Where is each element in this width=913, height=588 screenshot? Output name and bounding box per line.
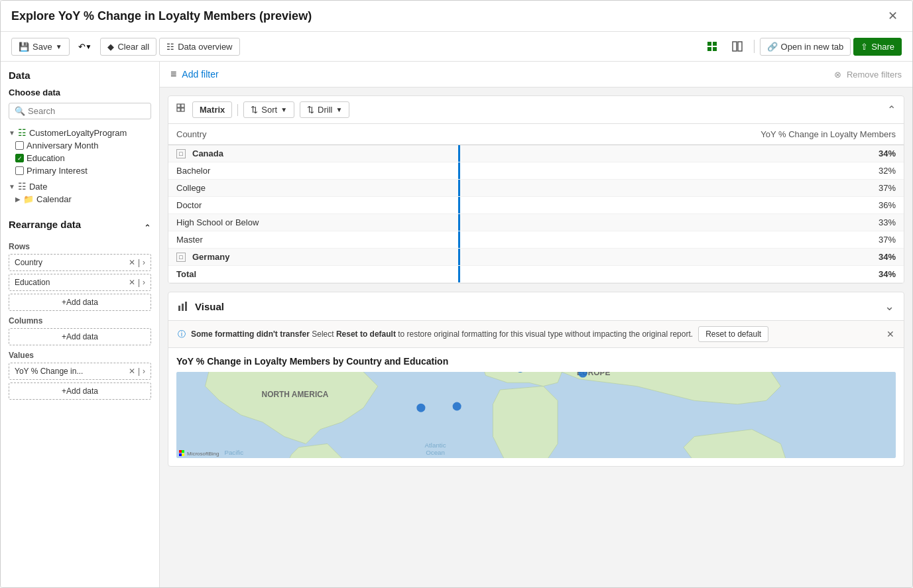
matrix-collapse-button[interactable]: ⌃ bbox=[887, 103, 896, 116]
tree-item-primary-interest[interactable]: Primary Interest bbox=[15, 164, 151, 177]
matrix-grid-icon bbox=[176, 103, 187, 116]
visual-section: Visual ⌄ ⓘ Some formatting didn't transf… bbox=[168, 292, 904, 467]
matrix-toolbar: Matrix ⇅ Sort ▼ ⇅ Drill ▼ ⌃ bbox=[168, 96, 904, 124]
svg-rect-3 bbox=[713, 47, 717, 51]
table-row: Doctor 36% bbox=[168, 197, 904, 214]
bing-logo: MicrosoftBing bbox=[179, 450, 219, 457]
undo-icon: ↶ bbox=[78, 42, 86, 52]
close-button[interactable]: ✕ bbox=[884, 7, 902, 25]
primary-interest-checkbox[interactable] bbox=[15, 166, 24, 175]
sort-icon: ⇅ bbox=[251, 105, 258, 115]
visual-expand-button[interactable]: ⌄ bbox=[884, 299, 894, 314]
tree-item-customer-loyalty[interactable]: ▼ ☷ CustomerLoyaltyProgram bbox=[9, 126, 151, 139]
country-pill-remove[interactable]: ✕ bbox=[129, 258, 135, 267]
data-overview-icon: ☷ bbox=[166, 42, 174, 52]
window-title: Explore YoY % Change in Loyalty Members … bbox=[11, 9, 312, 23]
svg-text:Ocean: Ocean bbox=[426, 449, 445, 456]
save-button[interactable]: 💾 Save ▼ bbox=[11, 38, 70, 56]
filter-bar: ≡ Add filter ⊗ Remove filters bbox=[160, 62, 912, 88]
customer-loyalty-children: Anniversary Month ✓ Education Primary In… bbox=[15, 139, 151, 177]
table-row: Bachelor 32% bbox=[168, 162, 904, 180]
svg-point-27 bbox=[453, 402, 461, 410]
folder-icon: 📁 bbox=[23, 194, 34, 204]
right-panel: ≡ Add filter ⊗ Remove filters bbox=[160, 62, 912, 587]
svg-rect-11 bbox=[182, 304, 184, 311]
table-row: Total 34% bbox=[168, 266, 904, 283]
tree-item-education[interactable]: ✓ Education bbox=[15, 152, 151, 164]
yoy-pill-more[interactable]: › bbox=[143, 367, 145, 376]
svg-rect-8 bbox=[177, 108, 180, 111]
education-checkbox[interactable]: ✓ bbox=[15, 154, 24, 162]
main-content: Data Choose data 🔍 ▼ ☷ CustomerLoyaltyPr… bbox=[1, 62, 912, 587]
reset-to-default-button[interactable]: Reset to default bbox=[698, 326, 768, 342]
sidebar: Data Choose data 🔍 ▼ ☷ CustomerLoyaltyPr… bbox=[1, 62, 160, 587]
grid-icon bbox=[707, 41, 717, 52]
yoy-pill-separator: | bbox=[138, 367, 140, 376]
sort-dropdown-icon: ▼ bbox=[280, 106, 287, 113]
table-row: College 37% bbox=[168, 180, 904, 197]
date-table-icon: ☷ bbox=[18, 181, 27, 192]
drill-button[interactable]: ⇅ Drill ▼ bbox=[300, 101, 349, 118]
formatting-notice: ⓘ Some formatting didn't transfer Select… bbox=[168, 321, 904, 348]
table-row: □ Germany 34% bbox=[168, 249, 904, 266]
country-pill-more[interactable]: › bbox=[143, 258, 145, 267]
tree-item-anniversary-month[interactable]: Anniversary Month bbox=[15, 139, 151, 152]
share-button[interactable]: ⇧ Share bbox=[853, 38, 902, 56]
split-view-button[interactable] bbox=[726, 37, 749, 56]
matrix-label: Matrix bbox=[192, 101, 232, 118]
map-container[interactable]: NORTH AMERICA EUROPE ASIA Pacific Ocean … bbox=[176, 372, 896, 458]
toolbar: 💾 Save ▼ ↶ ▼ ◆ Clear all ☷ Data overview bbox=[1, 32, 912, 62]
table-row: □ Canada 34% bbox=[168, 145, 904, 162]
table-row: Master 37% bbox=[168, 231, 904, 249]
undo-button[interactable]: ↶ ▼ bbox=[72, 38, 98, 56]
info-icon: ⓘ bbox=[178, 329, 186, 340]
yoy-pill: YoY % Change in... ✕ | › bbox=[9, 363, 151, 380]
filter-icon: ≡ bbox=[170, 68, 176, 80]
education-pill-remove[interactable]: ✕ bbox=[129, 278, 135, 287]
country-pill-separator: | bbox=[138, 258, 140, 267]
notice-reset-bold: Reset to default bbox=[336, 329, 396, 339]
table-icon: ☷ bbox=[18, 127, 27, 138]
svg-text:Pacific: Pacific bbox=[224, 449, 243, 456]
tree-item-calendar[interactable]: ▶ 📁 Calendar bbox=[15, 193, 151, 206]
svg-point-26 bbox=[416, 404, 425, 412]
map-svg: NORTH AMERICA EUROPE ASIA Pacific Ocean … bbox=[176, 372, 896, 458]
svg-text:Ocean: Ocean bbox=[224, 456, 243, 458]
visual-title: Visual bbox=[195, 301, 224, 312]
svg-rect-2 bbox=[707, 47, 711, 51]
anniversary-month-checkbox[interactable] bbox=[15, 141, 24, 150]
yoy-pill-remove[interactable]: ✕ bbox=[129, 367, 135, 376]
open-new-tab-button[interactable]: 🔗 Open in new tab bbox=[760, 38, 851, 56]
search-input[interactable] bbox=[28, 106, 145, 116]
country-pill: Country ✕ | › bbox=[9, 254, 151, 271]
search-box: 🔍 bbox=[9, 103, 151, 119]
grid-view-button[interactable] bbox=[701, 37, 723, 56]
data-overview-button[interactable]: ☷ Data overview bbox=[159, 38, 239, 56]
canada-expander[interactable]: □ bbox=[176, 149, 186, 158]
add-filter-label[interactable]: Add filter bbox=[182, 69, 218, 80]
svg-rect-7 bbox=[181, 104, 184, 107]
columns-label: Columns bbox=[9, 316, 151, 325]
table-row: High School or Below 33% bbox=[168, 214, 904, 231]
save-icon: 💾 bbox=[19, 42, 29, 52]
columns-add-data-button[interactable]: +Add data bbox=[9, 328, 151, 345]
remove-filters-icon: ⊗ bbox=[834, 70, 841, 80]
svg-rect-6 bbox=[177, 104, 180, 107]
svg-rect-1 bbox=[713, 42, 717, 46]
drill-dropdown-icon: ▼ bbox=[335, 106, 342, 113]
germany-expander[interactable]: □ bbox=[176, 253, 186, 262]
visual-header: Visual ⌄ bbox=[168, 292, 904, 321]
tree-item-date[interactable]: ▼ ☷ Date bbox=[9, 180, 151, 193]
undo-dropdown-icon: ▼ bbox=[86, 43, 92, 50]
share-icon: ⇧ bbox=[861, 42, 868, 52]
notice-close-button[interactable]: ✕ bbox=[886, 329, 894, 339]
sort-button[interactable]: ⇅ Sort ▼ bbox=[243, 101, 294, 118]
map-section: YoY % Change in Loyalty Members by Count… bbox=[168, 348, 904, 466]
rows-add-data-button[interactable]: +Add data bbox=[9, 294, 151, 311]
rearrange-collapse-icon[interactable]: ⌃ bbox=[144, 223, 151, 233]
education-pill-more[interactable]: › bbox=[143, 278, 145, 287]
choose-data-title: Choose data bbox=[9, 88, 151, 97]
values-add-data-button[interactable]: +Add data bbox=[9, 382, 151, 400]
matrix-section: Matrix ⇅ Sort ▼ ⇅ Drill ▼ ⌃ bbox=[168, 95, 904, 284]
clear-button[interactable]: ◆ Clear all bbox=[100, 38, 156, 56]
